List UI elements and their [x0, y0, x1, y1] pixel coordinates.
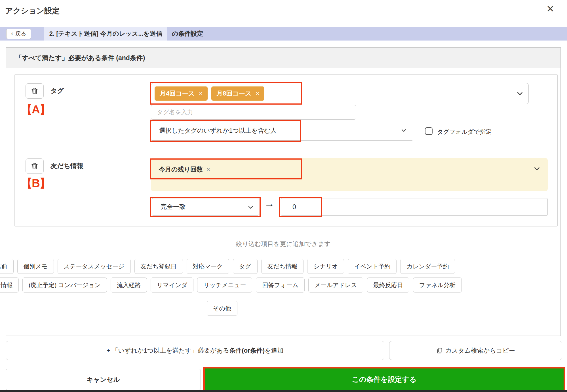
add-item-button[interactable]: リッチメニュー	[197, 277, 252, 293]
annotation-marker-a: 【A】	[21, 102, 50, 117]
condition-b-type-label: 友だち情報	[50, 162, 83, 170]
set-condition-button[interactable]: この条件を設定する	[205, 368, 564, 390]
add-item-row-1: 名前個別メモステータスメッセージ友だち登録日対応マークタグ友だち情報シナリオイベ…	[7, 259, 438, 274]
tag-multiselect[interactable]: 月4回コース × 月8回コース ×	[151, 83, 529, 104]
chip-remove-icon[interactable]: ×	[256, 90, 259, 97]
action-settings-dialog: アクション設定 ✕ ‹ 戻る 2. [テキスト送信] 今月のレッス...を送信 …	[0, 0, 567, 392]
annotation-marker-b: 【B】	[21, 175, 50, 191]
add-item-row-3: その他	[7, 301, 438, 316]
add-item-button[interactable]: (廃止予定) コンバージョン	[22, 277, 107, 293]
breadcrumb-step: 2. [テキスト送信] 今月のレッス...を送信	[44, 27, 167, 41]
tag-folder-checkbox[interactable]	[425, 127, 433, 135]
breadcrumb: ‹ 戻る 2. [テキスト送信] 今月のレッス...を送信 の条件設定	[0, 27, 567, 41]
copy-from-custom-search-button[interactable]: カスタム検索からコピー	[389, 341, 562, 360]
tag-folder-checkbox-label: タグフォルダで指定	[437, 128, 492, 136]
chevron-down-icon	[401, 129, 406, 132]
tag-chip-list: 月4回コース × 月8回コース ×	[151, 83, 528, 104]
arrow-right-icon: →	[264, 198, 275, 209]
trash-icon	[31, 87, 39, 95]
add-item-button[interactable]: ステータスメッセージ	[58, 259, 131, 274]
chip-remove-icon[interactable]: ×	[199, 90, 203, 97]
tag-chip-label: 月4回コース	[160, 89, 195, 98]
add-item-button[interactable]: カレンダー予約	[400, 259, 455, 274]
add-item-button[interactable]: その他	[207, 301, 237, 316]
add-item-button[interactable]: 対応マーク	[187, 259, 229, 274]
add-item-button[interactable]: タグ	[233, 259, 258, 274]
condition-group: タグ 【A】 月4回コース × 月8回コース ×	[14, 74, 558, 226]
add-item-button[interactable]: 個別メモ	[17, 259, 54, 274]
add-item-button[interactable]: 最終反応日	[367, 277, 409, 293]
dialog-title: アクション設定	[5, 6, 60, 16]
add-item-button[interactable]: 友だち情報	[261, 259, 304, 274]
chip-remove-icon[interactable]: ×	[206, 166, 210, 173]
add-or-condition-button[interactable]: + 「いずれか1つ以上を満たす」必要がある条件 (or条件) を追加	[6, 341, 384, 360]
add-item-button[interactable]: イベント予約	[348, 259, 397, 274]
close-icon[interactable]: ✕	[546, 4, 555, 14]
background-page-edge	[0, 390, 567, 392]
tag-chip[interactable]: 月4回コース ×	[155, 86, 208, 101]
tag-chip[interactable]: 月8回コース ×	[211, 86, 264, 101]
or-button-prefix: + 「いずれか1つ以上を満たす」必要がある条件	[106, 346, 242, 355]
add-item-button[interactable]: 流入経路	[111, 277, 147, 293]
friend-info-field-chip[interactable]: 今月の残り回数 ×	[159, 165, 210, 174]
friend-info-match-value: 完全一致	[161, 203, 186, 211]
cancel-button[interactable]: キャンセル	[6, 369, 201, 390]
copy-button-label: カスタム検索からコピー	[445, 346, 515, 355]
and-header-text: 「すべて満たす」必要がある条件	[15, 54, 114, 62]
chevron-down-icon	[248, 206, 253, 209]
back-button-label: 戻る	[15, 30, 26, 37]
friend-info-field-select[interactable]: 今月の残り回数 ×	[151, 158, 548, 191]
delete-condition-a-button[interactable]	[26, 83, 44, 99]
add-item-button[interactable]: リマインダ	[151, 277, 193, 293]
or-button-bold: (or条件)	[242, 346, 265, 355]
annotation-box-submit: この条件を設定する	[203, 367, 565, 392]
friend-info-field-label: 今月の残り回数	[159, 165, 203, 174]
tag-chip-label: 月8回コース	[216, 89, 251, 98]
add-item-button[interactable]: 名前	[0, 259, 14, 274]
copy-icon	[436, 347, 443, 354]
add-item-button[interactable]: 共通情報	[0, 277, 19, 293]
back-button[interactable]: ‹ 戻る	[6, 29, 31, 39]
or-button-suffix: を追加	[265, 346, 284, 355]
tag-name-input[interactable]	[151, 105, 356, 120]
chevron-down-icon	[517, 92, 523, 96]
chevron-down-icon	[534, 167, 540, 171]
condition-a-type-label: タグ	[50, 86, 64, 95]
add-item-button[interactable]: 友だち登録日	[134, 259, 183, 274]
friend-info-value-input[interactable]	[281, 198, 548, 216]
chevron-left-icon: ‹	[11, 30, 13, 37]
tag-match-value: 選択したタグのいずれか1つ以上を含む人	[159, 126, 277, 135]
breadcrumb-suffix: の条件設定	[172, 29, 203, 38]
tag-match-select[interactable]: 選択したタグのいずれか1つ以上を含む人	[151, 121, 413, 141]
add-item-button[interactable]: ファネル分析	[413, 277, 462, 293]
add-item-button[interactable]: メールアドレス	[308, 277, 363, 293]
add-item-row-2: 共通情報(廃止予定) コンバージョン流入経路リマインダリッチメニュー回答フォーム…	[7, 277, 438, 293]
delete-condition-b-button[interactable]	[26, 158, 44, 174]
add-item-button[interactable]: シナリオ	[307, 259, 344, 274]
trash-icon	[31, 162, 39, 170]
row-divider	[15, 150, 557, 150]
and-section-header: 「すべて満たす」必要がある条件 (and条件)	[6, 48, 560, 68]
and-conditions-panel: 「すべて満たす」必要がある条件 (and条件) タグ 【A】	[6, 47, 561, 336]
add-item-button[interactable]: 回答フォーム	[256, 277, 304, 293]
and-header-bold: (and条件)	[116, 54, 145, 62]
friend-info-match-select[interactable]: 完全一致	[152, 198, 259, 216]
add-items-hint: 絞り込む項目を更に追加できます	[6, 240, 560, 248]
